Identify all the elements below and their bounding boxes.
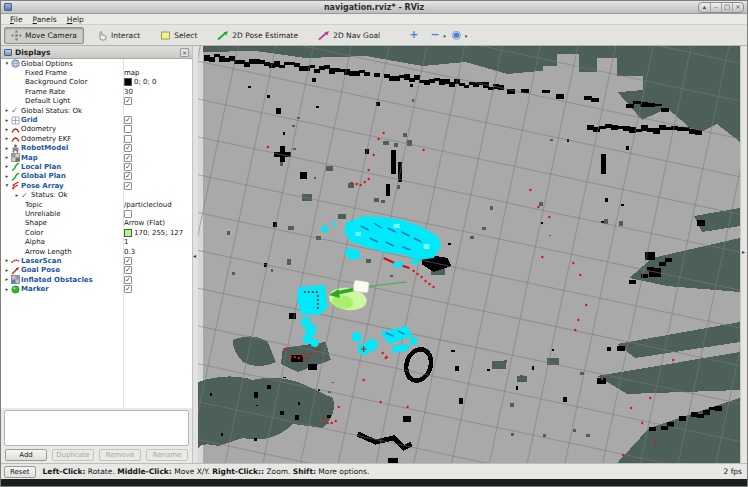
expander-icon[interactable]: ▸ (3, 153, 11, 162)
focus-camera-icon: ◉ (452, 28, 462, 41)
expander-icon[interactable]: ▾ (3, 181, 11, 190)
main-area: Displays × ▾Global OptionsFixed Framemap… (1, 46, 747, 463)
property-row-alpha[interactable]: Alpha1 (1, 237, 192, 246)
dropdown-caret-icon: ▾ (465, 29, 468, 43)
displays-panel-title: Displays (15, 48, 50, 57)
grid-icon (11, 116, 21, 125)
reset-button[interactable]: Reset (4, 466, 36, 478)
window-title: navigation.rviz* - RViz (1, 1, 747, 14)
display-row-goal-pose[interactable]: ▸Goal Pose✓ (1, 266, 192, 275)
checkbox[interactable]: ✓ (124, 116, 132, 124)
checkbox[interactable]: ✓ (124, 163, 132, 171)
checkbox[interactable]: ✓ (124, 97, 132, 105)
property-row-arrow-length[interactable]: Arrow Length0.3 (1, 247, 192, 256)
checkbox[interactable]: ✓ (124, 144, 132, 152)
checkbox[interactable]: ✓ (124, 285, 132, 293)
maximize-button[interactable]: □ (721, 3, 732, 12)
menu-file[interactable]: File (5, 14, 28, 25)
expander-icon[interactable]: ▸ (3, 116, 11, 125)
collapse-left-icon[interactable]: ◂ (193, 252, 196, 259)
property-row-color[interactable]: Color170; 255; 127 (1, 228, 192, 237)
checkbox[interactable]: ✓ (124, 257, 132, 265)
checkbox[interactable]: ✓ (124, 154, 132, 162)
property-row-unreliable[interactable]: Unreliable (1, 209, 192, 218)
property-value[interactable]: /particlecloud (124, 201, 172, 209)
tool-2d-nav-goal[interactable]: 2D Nav Goal (311, 27, 387, 44)
expander-icon[interactable]: ▸ (3, 134, 11, 143)
expander-icon[interactable]: ▸ (3, 162, 11, 171)
expander-icon[interactable]: ▸ (3, 285, 11, 294)
expander-icon[interactable]: ▸ (3, 256, 11, 265)
checkbox[interactable]: ✓ (124, 182, 132, 190)
checkbox[interactable]: ✓ (124, 276, 132, 284)
select-box-icon (160, 30, 171, 41)
close-button[interactable]: × (732, 3, 743, 12)
property-row-shape[interactable]: ShapeArrow (Flat) (1, 219, 192, 228)
menu-panels[interactable]: Panels (28, 14, 62, 25)
display-row-odometry-ekf[interactable]: ▸Odometry EKF (1, 134, 192, 143)
property-value[interactable]: 0.3 (124, 248, 135, 256)
tool-interact[interactable]: Interact (90, 27, 147, 44)
fps-counter: 2 fps (724, 467, 742, 476)
titlebar[interactable]: navigation.rviz* - RViz ▴–□× (1, 1, 747, 14)
color-swatch[interactable] (124, 229, 132, 237)
expander-icon[interactable]: ▸ (3, 275, 11, 284)
display-row-grid[interactable]: ▸Grid✓ (1, 115, 192, 124)
display-row-local-plan[interactable]: ▸Local Plan✓ (1, 162, 192, 171)
display-row-pose-array[interactable]: ▾Pose Array✓ (1, 181, 192, 190)
property-value[interactable]: Arrow (Flat) (124, 219, 165, 227)
property-value[interactable]: 30 (124, 88, 133, 96)
color-swatch[interactable] (124, 78, 132, 86)
checkbox[interactable] (124, 125, 132, 133)
remove-button: Remove (99, 449, 141, 461)
expander-icon[interactable]: ▸ (3, 144, 11, 153)
right-dock-handle[interactable]: ▸ (740, 46, 747, 463)
display-row-laserscan[interactable]: ▸LaserScan✓ (1, 256, 192, 265)
zoom-in-button[interactable]: + (407, 28, 420, 42)
minimize-button[interactable]: – (710, 3, 721, 12)
property-value[interactable]: 1 (124, 238, 128, 246)
3d-viewport[interactable] (198, 46, 740, 463)
display-row-inflated-obstacles[interactable]: ▸Inflated Obstacles✓ (1, 275, 192, 284)
expander-icon[interactable]: ▸ (3, 266, 11, 275)
expander-icon[interactable]: ▸ (3, 106, 11, 115)
path-icon (11, 162, 21, 171)
display-row-global-status-ok[interactable]: ▸✓Global Status: Ok (1, 106, 192, 115)
display-row-odometry[interactable]: ▸Odometry (1, 125, 192, 134)
collapse-right-icon[interactable]: ▸ (742, 248, 745, 255)
checkbox[interactable] (124, 210, 132, 218)
tool-2d-pose-estimate[interactable]: 2D Pose Estimate (210, 27, 305, 44)
tool-move-camera[interactable]: Move Camera (4, 27, 84, 44)
display-row-robotmodel[interactable]: ▸RobotModel✓ (1, 144, 192, 153)
menu-help[interactable]: Help (62, 14, 89, 25)
tool-buttons: Move CameraInteractSelect2D Pose Estimat… (4, 27, 393, 44)
expander-icon[interactable]: ▸ (3, 172, 11, 181)
render-scene (198, 46, 740, 463)
display-row-map[interactable]: ▸Map✓ (1, 153, 192, 162)
dropdown-caret-icon: ▾ (443, 29, 446, 43)
expander-icon[interactable]: ▾ (3, 59, 11, 68)
displays-panel-header[interactable]: Displays × (1, 46, 192, 59)
checkbox[interactable] (124, 135, 132, 143)
checkbox[interactable]: ✓ (124, 172, 132, 180)
status-check-icon: ✓ (11, 106, 21, 115)
property-row-background-color[interactable]: Background Color0; 0; 0 (1, 78, 192, 87)
property-row-default-light[interactable]: Default Light✓ (1, 97, 192, 106)
focus-camera-button[interactable]: ◉▾ (450, 28, 464, 42)
property-value[interactable]: map (124, 69, 140, 77)
display-row-marker[interactable]: ▸Marker✓ (1, 284, 192, 293)
display-row-global-plan[interactable]: ▸Global Plan✓ (1, 172, 192, 181)
expander-icon[interactable]: ▸ (3, 125, 11, 134)
add-button[interactable]: Add (5, 449, 47, 461)
close-icon[interactable]: × (180, 48, 189, 57)
tool-select[interactable]: Select (153, 27, 204, 44)
expander-icon[interactable]: ▸ (13, 191, 21, 200)
display-row-status-ok[interactable]: ▸✓Status: Ok (1, 190, 192, 199)
shade-button[interactable]: ▴ (699, 3, 710, 12)
display-row-global-options[interactable]: ▾Global Options (1, 59, 192, 68)
zoom-out-button[interactable]: −▾ (428, 28, 441, 42)
property-row-fixed-frame[interactable]: Fixed Framemap (1, 68, 192, 77)
property-row-frame-rate[interactable]: Frame Rate30 (1, 87, 192, 96)
property-row-topic[interactable]: Topic/particlecloud (1, 200, 192, 209)
checkbox[interactable]: ✓ (124, 266, 132, 274)
